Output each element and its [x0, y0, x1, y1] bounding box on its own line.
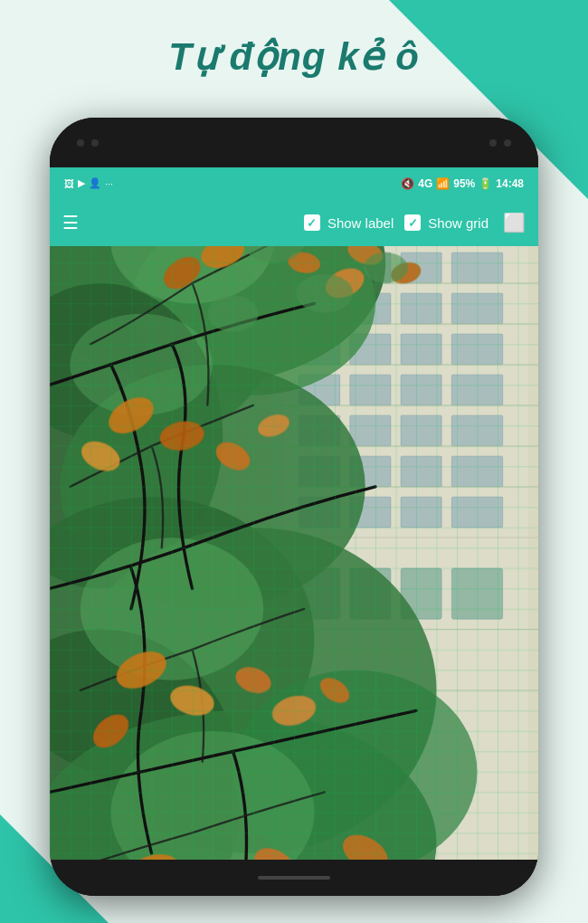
- menu-icon[interactable]: ☰: [62, 212, 79, 233]
- camera-dot-4: [504, 139, 511, 147]
- show-label-group[interactable]: ✓ Show label: [304, 214, 394, 231]
- camera-area: [77, 139, 99, 147]
- image-container: [50, 246, 538, 860]
- phone-top-bar: [50, 118, 538, 167]
- home-indicator: [258, 876, 330, 880]
- show-label-checkbox[interactable]: ✓: [304, 214, 320, 231]
- mute-icon: 🔇: [401, 177, 414, 190]
- camera-dot-1: [77, 139, 84, 147]
- show-grid-group[interactable]: ✓ Show grid: [404, 214, 488, 231]
- status-bar-left: 🖼 ▶ 👤 ···: [64, 177, 113, 189]
- battery-label: 95%: [453, 177, 475, 190]
- status-bar-right: 🔇 4G 📶 95% 🔋 14:48: [401, 177, 524, 190]
- camera-area-right: [489, 139, 511, 147]
- svg-rect-93: [50, 246, 538, 860]
- app-toolbar: ☰ ✓ Show label ✓ Show grid ⬜: [50, 199, 538, 246]
- image-status-icon: 🖼: [64, 178, 74, 189]
- scene-svg: [50, 246, 538, 860]
- show-grid-checkbox[interactable]: ✓: [404, 214, 421, 231]
- show-label-text: Show label: [327, 215, 394, 231]
- camera-dot-2: [91, 139, 99, 147]
- camera-dot-3: [489, 139, 497, 147]
- phone-content: [50, 246, 538, 860]
- battery-icon: 🔋: [479, 177, 492, 190]
- network-label: 4G: [418, 177, 432, 190]
- show-grid-text: Show grid: [428, 215, 488, 231]
- dots-status-icon: ···: [105, 178, 113, 189]
- person-status-icon: 👤: [89, 177, 101, 189]
- status-bar: 🖼 ▶ 👤 ··· 🔇 4G 📶 95% 🔋 14:48: [50, 167, 538, 199]
- signal-icon: 📶: [436, 177, 450, 190]
- page-title: Tự động kẻ ô: [0, 34, 588, 79]
- time-label: 14:48: [496, 177, 524, 190]
- phone-frame: 🖼 ▶ 👤 ··· 🔇 4G 📶 95% 🔋 14:48 ☰ ✓ Show la…: [50, 118, 538, 896]
- phone-bottom-bar: [50, 860, 538, 896]
- window-icon[interactable]: ⬜: [503, 212, 526, 233]
- play-status-icon: ▶: [78, 177, 85, 189]
